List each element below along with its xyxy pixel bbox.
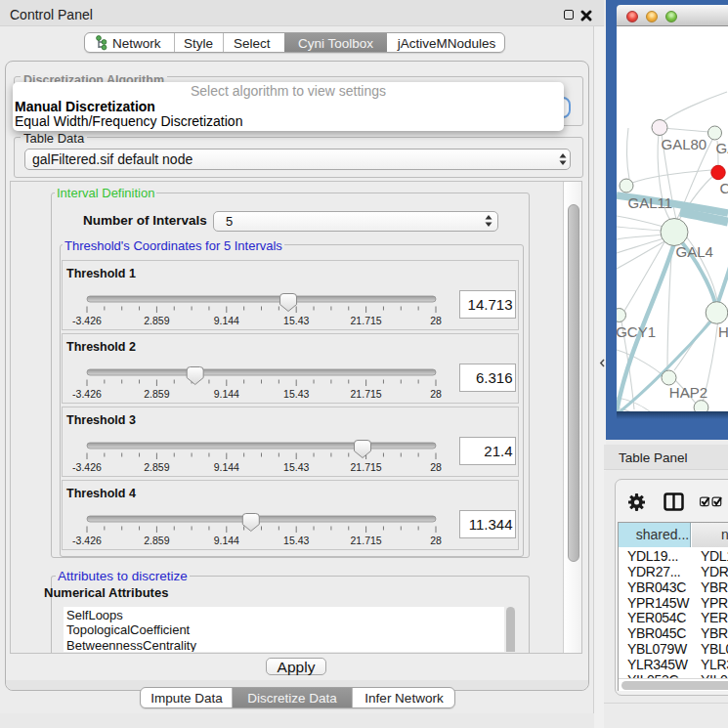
svg-text:-3.426: -3.426 bbox=[72, 388, 102, 400]
svg-text:GAL4: GAL4 bbox=[676, 243, 713, 260]
svg-text:15.43: 15.43 bbox=[283, 388, 309, 400]
svg-text:21.715: 21.715 bbox=[351, 388, 382, 400]
svg-text:H: H bbox=[718, 323, 728, 340]
svg-text:-3.426: -3.426 bbox=[72, 315, 102, 326]
svg-text:GAL80: GAL80 bbox=[662, 136, 707, 152]
svg-text:GCY1: GCY1 bbox=[617, 323, 656, 340]
svg-text:GA: GA bbox=[716, 140, 728, 156]
svg-text:CY: CY bbox=[720, 180, 728, 196]
svg-text:-3.426: -3.426 bbox=[72, 535, 102, 546]
svg-text:28: 28 bbox=[430, 388, 442, 400]
svg-text:15.43: 15.43 bbox=[283, 535, 309, 546]
svg-text:9.144: 9.144 bbox=[214, 315, 239, 326]
svg-text:2.859: 2.859 bbox=[144, 315, 169, 326]
svg-text:9.144: 9.144 bbox=[214, 461, 239, 473]
svg-text:21.715: 21.715 bbox=[351, 461, 382, 473]
svg-text:21.715: 21.715 bbox=[351, 315, 382, 326]
svg-text:28: 28 bbox=[430, 315, 442, 326]
svg-text:9.144: 9.144 bbox=[214, 535, 239, 546]
svg-text:15.43: 15.43 bbox=[283, 315, 309, 326]
svg-text:2.859: 2.859 bbox=[144, 461, 169, 473]
svg-text:HAP2: HAP2 bbox=[669, 384, 707, 401]
svg-text:2.859: 2.859 bbox=[144, 388, 169, 400]
svg-text:GAL11: GAL11 bbox=[628, 194, 673, 211]
svg-text:-3.426: -3.426 bbox=[72, 461, 102, 473]
svg-text:2.859: 2.859 bbox=[144, 535, 169, 546]
svg-text:28: 28 bbox=[430, 461, 442, 473]
svg-text:9.144: 9.144 bbox=[214, 388, 239, 400]
svg-text:21.715: 21.715 bbox=[351, 535, 382, 546]
svg-text:28: 28 bbox=[430, 535, 442, 546]
svg-text:15.43: 15.43 bbox=[283, 461, 309, 473]
